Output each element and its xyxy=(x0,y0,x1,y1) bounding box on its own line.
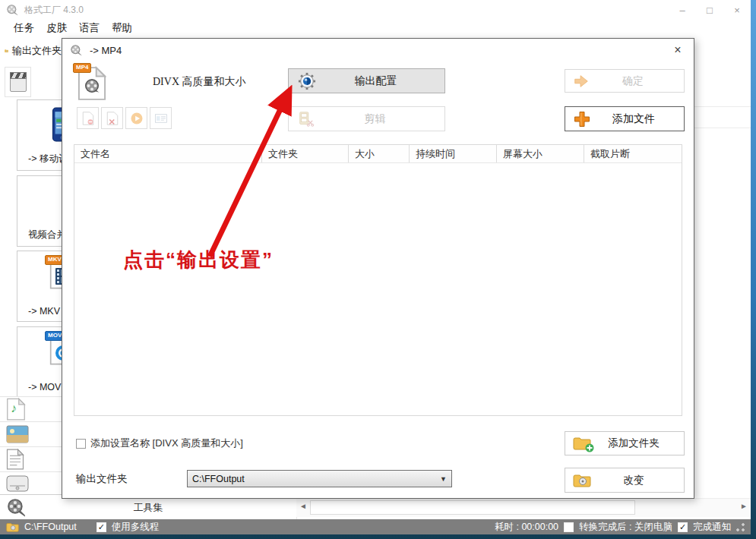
toolbar-output-folder-label: 输出文件夹 xyxy=(12,44,62,58)
add-file-label: 添加文件 xyxy=(591,112,676,126)
add-folder-label: 添加文件夹 xyxy=(591,437,676,450)
mp4-output-dialog: -> MP4 × MP4 DIVX 高质量和大小 xyxy=(62,38,694,499)
ok-arrow-icon xyxy=(573,73,590,90)
output-config-button[interactable]: 输出配置 xyxy=(288,68,445,93)
music-note-icon: ♪ xyxy=(11,402,17,415)
annotation-text: 点击“输出设置” xyxy=(123,247,274,273)
clip-film-icon xyxy=(298,111,315,128)
remove-file-icon xyxy=(81,112,95,125)
scroll-right-icon[interactable]: ► xyxy=(740,502,748,510)
multithread-label: 使用多线程 xyxy=(112,521,160,534)
output-config-label: 输出配置 xyxy=(316,74,435,88)
output-folder-combobox[interactable]: C:\FFOutput ▼ xyxy=(187,470,452,487)
minimize-button[interactable]: – xyxy=(669,0,696,20)
ok-label: 确定 xyxy=(590,74,676,88)
shutdown-label: 转换完成后 : 关闭电脑 xyxy=(579,521,672,534)
column-folder[interactable]: 文件夹 xyxy=(262,145,349,162)
add-folder-button[interactable]: 添加文件夹 xyxy=(565,431,685,455)
toolset-label: 工具集 xyxy=(0,501,296,515)
mp4-badge: MP4 xyxy=(73,63,91,73)
dialog-header: -> MP4 × xyxy=(62,39,694,61)
gear-icon xyxy=(298,72,316,90)
clear-list-button[interactable] xyxy=(101,107,123,129)
scrollbar-thumb[interactable] xyxy=(310,500,635,515)
shutdown-checkbox[interactable] xyxy=(564,522,574,532)
column-screen-size[interactable]: 屏幕大小 xyxy=(497,145,584,162)
output-folder-value: C:\FFOutput xyxy=(192,474,245,484)
dialog-reel-icon xyxy=(70,44,82,56)
document-icon xyxy=(6,449,24,470)
play-icon xyxy=(130,112,144,125)
panel-label-mkv: -> MKV xyxy=(28,306,60,317)
horizontal-scrollbar[interactable]: ◄ ► xyxy=(296,498,751,517)
dialog-close-icon[interactable]: × xyxy=(669,43,686,57)
panel-label-video-merge: 视频合并 xyxy=(28,229,66,241)
change-folder-label: 改变 xyxy=(591,474,676,487)
add-setting-checkbox[interactable] xyxy=(76,439,86,449)
play-button[interactable] xyxy=(125,107,147,129)
dialog-title: -> MP4 xyxy=(90,45,122,56)
window-controls: – □ × xyxy=(669,0,751,20)
plus-icon xyxy=(573,110,591,128)
folder-icon xyxy=(5,43,8,58)
rom-device-icon xyxy=(6,475,29,492)
menubar: 任务 皮肤 语言 帮助 xyxy=(0,20,132,36)
change-folder-icon xyxy=(573,474,591,487)
file-list: 文件名 文件夹 大小 持续时间 屏幕大小 截取片断 xyxy=(74,144,682,416)
column-size[interactable]: 大小 xyxy=(349,145,410,162)
toolbar-output-folder-button[interactable]: 输出文件夹 xyxy=(5,39,62,61)
statusbar: C:\FFOutput ✓ 使用多线程 耗时 : 00:00:00 转换完成后 … xyxy=(0,519,751,534)
statusbar-output-path[interactable]: C:\FFOutput xyxy=(24,522,77,532)
resize-grip[interactable] xyxy=(736,523,745,531)
picture-icon xyxy=(6,425,29,443)
scroll-left-icon[interactable]: ◄ xyxy=(299,502,307,510)
properties-button[interactable] xyxy=(150,107,172,129)
mp4-file-icon: MP4 xyxy=(77,66,106,101)
window-title: 格式工厂 4.3.0 xyxy=(24,4,84,17)
clapperboard-icon xyxy=(10,72,27,92)
menu-skin[interactable]: 皮肤 xyxy=(46,21,67,35)
notify-checkbox[interactable]: ✓ xyxy=(678,522,688,532)
output-folder-label: 输出文件夹 xyxy=(76,472,128,486)
elapsed-time: 耗时 : 00:00:00 xyxy=(495,521,558,534)
clear-list-icon xyxy=(106,112,119,125)
desktop-background: 格式工厂 4.3.0 – □ × 任务 皮肤 语言 帮助 输出文件夹 xyxy=(0,0,756,539)
menu-language[interactable]: 语言 xyxy=(79,21,100,35)
ok-button[interactable]: 确定 xyxy=(565,69,685,93)
maximize-button[interactable]: □ xyxy=(696,0,723,20)
add-setting-name-row: 添加设置名称 [DIVX 高质量和大小] xyxy=(76,437,243,450)
properties-icon xyxy=(154,112,168,125)
column-filename[interactable]: 文件名 xyxy=(74,145,262,162)
tab-video-category[interactable] xyxy=(5,67,31,97)
column-duration[interactable]: 持续时间 xyxy=(410,145,497,162)
statusbar-folder-icon xyxy=(6,522,19,532)
notify-label: 完成通知 xyxy=(693,521,731,534)
clip-label: 剪辑 xyxy=(315,112,435,126)
change-folder-button[interactable]: 改变 xyxy=(565,468,685,493)
file-list-header: 文件名 文件夹 大小 持续时间 屏幕大小 截取片断 xyxy=(74,145,682,163)
column-clip-segment[interactable]: 截取片断 xyxy=(584,145,682,162)
close-button[interactable]: × xyxy=(723,0,751,20)
titlebar: 格式工厂 4.3.0 – □ × xyxy=(0,0,751,20)
profile-name: DIVX 高质量和大小 xyxy=(153,75,246,89)
menu-task[interactable]: 任务 xyxy=(14,21,34,35)
chevron-down-icon[interactable]: ▼ xyxy=(440,475,451,483)
panel-label-mov: -> MOV xyxy=(28,382,61,392)
multithread-checkbox[interactable]: ✓ xyxy=(96,522,106,532)
add-file-button[interactable]: 添加文件 xyxy=(565,106,685,131)
remove-file-button[interactable] xyxy=(77,107,99,129)
add-setting-label: 添加设置名称 [DIVX 高质量和大小] xyxy=(90,437,243,450)
add-folder-icon xyxy=(573,437,591,450)
menu-help[interactable]: 帮助 xyxy=(112,21,132,35)
clip-button[interactable]: 剪辑 xyxy=(288,106,445,131)
audio-file-icon: ♪ xyxy=(6,398,26,421)
app-logo-icon xyxy=(6,4,18,16)
